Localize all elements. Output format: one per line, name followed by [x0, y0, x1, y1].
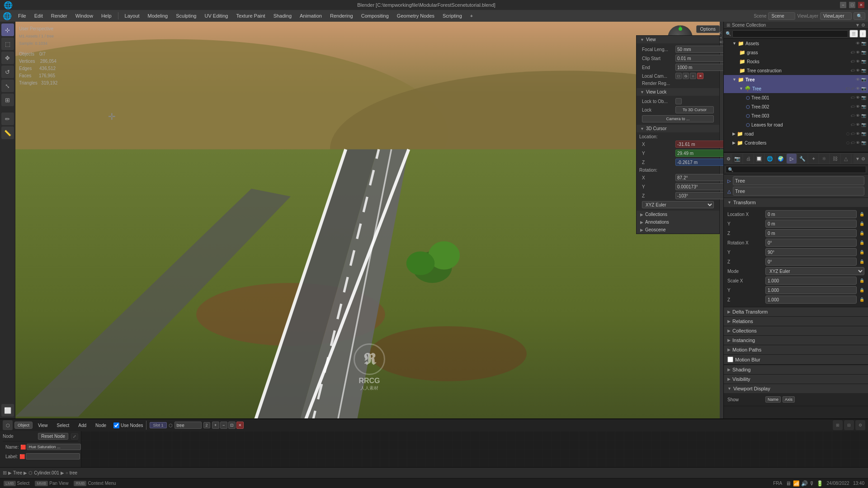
scale-y-input[interactable] [765, 286, 857, 294]
transform-tool[interactable]: ⊞ [1, 94, 14, 106]
tree002-render-icon[interactable]: 📷 [861, 104, 866, 109]
grass-eye-icon[interactable]: 👁 [856, 50, 860, 55]
mat-copy-btn[interactable]: ⊡ [228, 422, 236, 429]
prop-tab-particles[interactable]: ✦ [808, 154, 818, 164]
reset-node-btn[interactable]: Reset Node [38, 433, 68, 440]
treeobj-render-icon[interactable]: 📷 [861, 86, 866, 91]
menu-rendering[interactable]: Rendering [326, 12, 357, 19]
instancing-header[interactable]: ▶ Instancing [724, 336, 868, 345]
node-zoom-btn[interactable]: ⊞ [833, 420, 843, 430]
tree003-eye-icon[interactable]: 👁 [856, 113, 860, 118]
filter-btn[interactable]: 🔍 [854, 12, 865, 20]
cursor-z-input[interactable] [675, 159, 723, 166]
render-region-row[interactable]: Render Reg... [639, 80, 717, 87]
node-node-menu[interactable]: Node [92, 422, 110, 429]
lock-obj-toggle[interactable] [675, 98, 682, 104]
motion-blur-toggle[interactable] [727, 357, 733, 362]
outliner-item-tree001[interactable]: ⬡ Tree.001 🏷 👁 📷 [724, 93, 868, 102]
leaves-render-icon[interactable]: 📷 [861, 122, 866, 127]
node-add-menu[interactable]: Add [75, 422, 90, 429]
menu-animation[interactable]: Animation [296, 12, 326, 19]
node-select-menu[interactable]: Select [53, 422, 73, 429]
annotations-section-header[interactable]: ▶ Annotations [637, 218, 719, 226]
menu-compositing[interactable]: Compositing [358, 12, 392, 19]
annotate-tool[interactable]: ✏ [1, 113, 14, 125]
menu-shading[interactable]: Shading [270, 12, 295, 19]
local-cam-btn2[interactable]: G [683, 73, 689, 79]
location-x-input[interactable] [765, 210, 857, 218]
menu-uv-editing[interactable]: UV Editing [201, 12, 231, 19]
prop-tab-object[interactable]: ▷ [787, 154, 797, 164]
rotation-x-input[interactable] [765, 239, 857, 247]
node-settings-btn[interactable]: ⚙ [855, 420, 865, 430]
close-button[interactable]: ✕ [858, 2, 864, 8]
assets-render-icon[interactable]: 📷 [861, 41, 866, 46]
motion-blur-header[interactable]: Motion Blur [724, 355, 868, 365]
outliner-sort-btn[interactable]: ↕ [859, 30, 866, 38]
ctrl-eye-icon[interactable]: 👁 [856, 141, 860, 145]
tool-side-tab[interactable]: T [720, 36, 723, 40]
cursor-mode-select[interactable]: XYZ Euler [642, 201, 714, 208]
menu-scripting[interactable]: Scripting [439, 12, 466, 19]
mat-plus-btn[interactable]: + [212, 422, 219, 429]
tree001-render-icon[interactable]: 📷 [861, 95, 866, 100]
rotation-z-lock[interactable]: 🔒 [859, 259, 864, 264]
options-button[interactable]: Options [696, 25, 720, 33]
motion-paths-header[interactable]: ▶ Motion Paths [724, 345, 868, 354]
menu-sculpting[interactable]: Sculpting [172, 12, 200, 19]
measure-tool[interactable]: 📏 [1, 127, 14, 139]
view-section-header[interactable]: ▼ View [637, 36, 719, 43]
breadcrumb-tree[interactable]: Tree [13, 470, 22, 475]
vp-show-name-btn[interactable]: Name [765, 396, 781, 403]
tree-render-icon[interactable]: 📷 [861, 77, 866, 82]
location-y-input[interactable] [765, 220, 857, 228]
menu-layout[interactable]: Layout [121, 12, 143, 19]
prop-filter-icon[interactable]: ▼ [855, 156, 860, 161]
outliner-item-road[interactable]: ▶ 📁 road ⬡ 🏷 👁 📷 [724, 129, 868, 138]
collections-prop-header[interactable]: ▶ Collections [724, 326, 868, 335]
prop-tab-scene[interactable]: 🌐 [765, 154, 775, 164]
rotation-mode-select[interactable]: XYZ Euler [765, 267, 864, 275]
geoscene-section-header[interactable]: ▶ Geoscene [637, 226, 719, 234]
node-name-input[interactable] [27, 444, 81, 450]
prop-tab-modifier[interactable]: 🔧 [797, 154, 807, 164]
tree001-eye-icon[interactable]: 👁 [856, 95, 860, 100]
vp-show-axis-btn[interactable]: Axis [783, 396, 795, 403]
properties-search-input[interactable] [726, 166, 866, 173]
outliner-item-assets[interactable]: ▼ 📁 Assets 👁 📷 [724, 39, 868, 48]
use-nodes-checkbox[interactable] [113, 422, 119, 428]
node-canvas[interactable] [81, 431, 868, 467]
outliner-item-tree003[interactable]: ⬡ Tree.003 🏷 👁 📷 [724, 111, 868, 120]
node-type-btn[interactable]: Object [14, 422, 33, 429]
maximize-button[interactable]: □ [849, 2, 855, 8]
outliner-item-tree-collection[interactable]: ▼ 📁 Tree 👁 📷 [724, 75, 868, 84]
tree-eye-icon[interactable]: 👁 [856, 77, 860, 82]
outliner-item-treeconstruction[interactable]: 📁 Tree construction 🏷 👁 📷 [724, 66, 868, 75]
cursor-rz-input[interactable] [675, 192, 723, 199]
treeobj-eye-icon[interactable]: 👁 [856, 86, 860, 91]
menu-window[interactable]: Window [72, 12, 97, 19]
outliner-item-controllers[interactable]: ▶ 📁 Controllers ⬡ 🏷 👁 📷 [724, 138, 868, 147]
scale-x-lock[interactable]: 🔒 [859, 278, 864, 283]
location-x-lock[interactable]: 🔒 [859, 212, 864, 216]
clipstart-input[interactable] [675, 55, 723, 62]
local-cam-btn3[interactable]: ○ [690, 73, 696, 79]
outliner-item-tree002[interactable]: ⬡ Tree.002 🏷 👁 📷 [724, 102, 868, 111]
item-side-tab[interactable]: I [720, 41, 723, 43]
prop-tab-view[interactable]: 🔲 [754, 154, 764, 164]
viewport-display-header[interactable]: ▼ Viewport Display [724, 384, 868, 393]
select-box-tool[interactable]: ⬚ [1, 38, 14, 50]
clipend-input[interactable] [675, 64, 723, 71]
outliner-item-treeobj[interactable]: ▼ 🌳 Tree 🏷 ☍ 👁 📷 [724, 84, 868, 93]
prop-tab-physics[interactable]: ⚛ [819, 154, 829, 164]
grass-render-icon[interactable]: 📷 [861, 50, 866, 55]
local-cam-btn1[interactable]: □ [675, 73, 682, 79]
camera-to-btn[interactable]: Camera to ... [642, 115, 714, 122]
breadcrumb-material[interactable]: tree [70, 470, 77, 475]
prop-settings-icon[interactable]: ⚙ [861, 156, 865, 161]
mat-minus-btn[interactable]: − [220, 422, 227, 429]
menu-edit[interactable]: Edit [31, 12, 47, 19]
ctrl-render-icon[interactable]: 📷 [861, 141, 866, 145]
lock-cursor-btn[interactable]: To 3D Cursor [675, 106, 714, 113]
road-eye-icon[interactable]: 👁 [856, 131, 860, 136]
